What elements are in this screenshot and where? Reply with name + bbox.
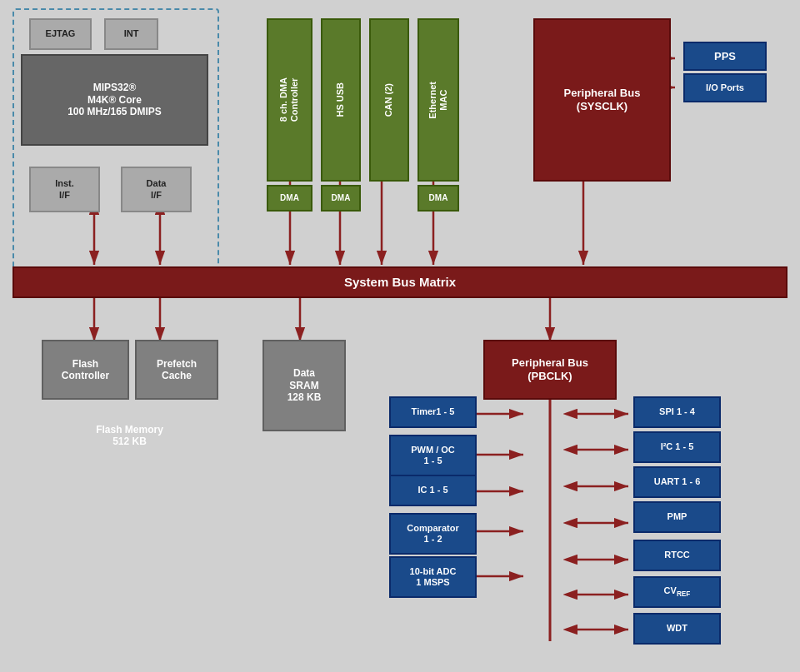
system-bus-box: System Bus Matrix [12,266,788,298]
ic-box: IC 1 - 5 [389,475,477,506]
cpu-dashed-rect [12,8,219,275]
dma1-box: DMA [267,185,312,212]
can-box: CAN (2) [369,18,409,182]
periph-bus-pb-box: Peripheral Bus (PBCLK) [483,340,617,400]
diagram: .darr { stroke: #8b2020; stroke-width: 2… [0,0,800,672]
dma3-box: DMA [418,185,459,212]
cvref-box: CVREF [633,576,721,608]
ethernet-box: Ethernet MAC [418,18,459,182]
data-sram-box: Data SRAM 128 KB [262,340,346,431]
i2c-box: I²C 1 - 5 [633,431,721,463]
dma2-box: DMA [321,185,361,212]
pwm-box: PWM / OC 1 - 5 [389,435,477,476]
pps-box: PPS [683,42,767,71]
spi-box: SPI 1 - 4 [633,396,721,428]
dma-ctrl-box: 8 ch. DMA Controller [267,18,312,182]
timer-box: Timer1 - 5 [389,396,477,428]
rtcc-box: RTCC [633,540,721,571]
uart-box: UART 1 - 6 [633,466,721,498]
wdt-box: WDT [633,613,721,645]
pmp-box: PMP [633,501,721,533]
comparator-box: Comparator 1 - 2 [389,513,477,555]
hs-usb-box: HS USB [321,18,361,182]
flash-mem-label: Flash Memory 512 KB [32,408,228,462]
periph-bus-sys-box: Peripheral Bus (SYSCLK) [533,18,671,182]
io-ports-box: I/O Ports [683,73,767,102]
prefetch-box: Prefetch Cache [135,340,218,400]
flash-ctrl-box: Flash Controller [42,340,129,400]
adc-box: 10-bit ADC 1 MSPS [389,556,477,598]
